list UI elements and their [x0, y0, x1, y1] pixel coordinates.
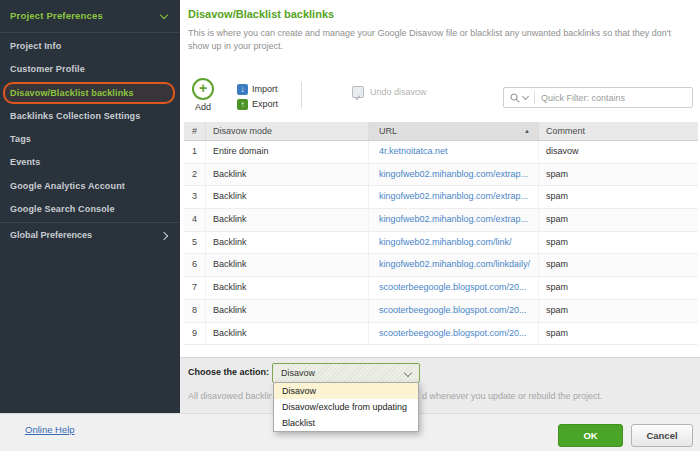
disavow-hint-left: All disavowed backlink	[188, 391, 272, 401]
row-url-link[interactable]: 4r.ketnoitatca.net	[379, 146, 448, 156]
search-icon	[510, 93, 520, 103]
sidebar-item-customer-profile[interactable]: Customer Profile	[0, 58, 180, 81]
import-icon[interactable]: ↓	[237, 84, 248, 95]
undo-disavow-checkbox[interactable]: ✓	[352, 86, 364, 98]
preferences-dialog: Project Preferences Project Info Custome…	[0, 0, 700, 451]
row-url-link[interactable]: kingofweb02.mihanblog.com/extrap...	[379, 169, 528, 179]
row-disavow-mode: Backlink	[206, 323, 369, 345]
row-comment: spam	[539, 232, 698, 254]
table-row[interactable]: 6 Backlink kingofweb02.mihanblog.com/lin…	[184, 254, 698, 277]
toolbar-separator	[301, 82, 302, 108]
row-comment: spam	[539, 209, 698, 231]
quick-filter-box	[503, 87, 693, 108]
row-number: 5	[184, 232, 206, 254]
row-comment: spam	[539, 164, 698, 186]
sidebar-divider	[0, 222, 180, 223]
row-comment: spam	[539, 254, 698, 276]
row-url-link[interactable]: kingofweb02.mihanblog.com/linkdaily/	[379, 259, 530, 269]
add-button-label: Add	[188, 102, 218, 112]
row-url-link[interactable]: scooterbeegoogle.blogspot.com/20...	[379, 305, 527, 315]
row-url-link[interactable]: kingofweb02.mihanblog.com/extrap...	[379, 191, 528, 201]
sort-ascending-icon: ▲	[524, 122, 530, 140]
disavow-hint-right: d whenever you update or rebuild the pro…	[422, 391, 603, 401]
table-row[interactable]: 2 Backlink kingofweb02.mihanblog.com/ext…	[184, 164, 698, 187]
online-help-link[interactable]: Online Help	[25, 424, 75, 435]
row-url-link[interactable]: scooterbeegoogle.blogspot.com/20...	[379, 282, 527, 292]
row-number: 9	[184, 323, 206, 345]
page-title: Disavow/Blacklist backlinks	[188, 8, 334, 20]
cancel-button[interactable]: Cancel	[631, 424, 693, 447]
row-disavow-mode: Backlink	[206, 300, 369, 322]
column-header-number[interactable]: #	[184, 122, 206, 140]
sidebar: Project Preferences Project Info Custome…	[0, 0, 180, 413]
row-disavow-mode: Backlink	[206, 277, 369, 299]
row-number: 8	[184, 300, 206, 322]
row-disavow-mode: Backlink	[206, 186, 369, 208]
row-number: 6	[184, 254, 206, 276]
row-url-link[interactable]: kingofweb02.mihanblog.com/link/	[379, 237, 512, 247]
main-panel: Disavow/Blacklist backlinks This is wher…	[180, 0, 700, 413]
row-comment: spam	[539, 277, 698, 299]
row-disavow-mode: Backlink	[206, 232, 369, 254]
table-row[interactable]: 9 Backlink scooterbeegoogle.blogspot.com…	[184, 323, 698, 346]
action-bar: Choose the action: Disavow All disavowed…	[180, 357, 700, 413]
column-header-comment[interactable]: Comment	[539, 122, 698, 140]
sidebar-items: Project Info Customer Profile Disavow/Bl…	[0, 35, 180, 221]
sidebar-item-global-preferences[interactable]: Global Preferences	[0, 224, 180, 247]
table-row[interactable]: 3 Backlink kingofweb02.mihanblog.com/ext…	[184, 186, 698, 209]
import-button[interactable]: Import	[252, 84, 278, 95]
undo-disavow-label: Undo disavow	[370, 86, 427, 98]
row-disavow-mode: Entire domain	[206, 141, 369, 163]
action-select[interactable]: Disavow	[272, 363, 420, 383]
sidebar-item-events[interactable]: Events	[0, 151, 180, 174]
checkmark-icon: ✓	[354, 93, 362, 103]
row-number: 1	[184, 141, 206, 163]
table-row[interactable]: 8 Backlink scooterbeegoogle.blogspot.com…	[184, 300, 698, 323]
sidebar-item-project-info[interactable]: Project Info	[0, 35, 180, 58]
table-body: 1 Entire domain 4r.ketnoitatca.net disav…	[184, 141, 698, 345]
row-disavow-mode: Backlink	[206, 209, 369, 231]
table-row[interactable]: 7 Backlink scooterbeegoogle.blogspot.com…	[184, 277, 698, 300]
chevron-right-icon	[160, 232, 168, 240]
dropdown-option-blacklist[interactable]: Blacklist	[274, 415, 418, 431]
sidebar-header-project-preferences[interactable]: Project Preferences	[0, 0, 180, 33]
table-header: # Disavow mode URL ▲ Comment	[184, 122, 698, 141]
choose-action-label: Choose the action:	[188, 367, 269, 377]
sidebar-header-label: Project Preferences	[0, 0, 180, 32]
table-row[interactable]: 5 Backlink kingofweb02.mihanblog.com/lin…	[184, 232, 698, 255]
sidebar-item-google-search-console[interactable]: Google Search Console	[0, 198, 180, 221]
page-description: This is where you can create and manage …	[188, 27, 694, 53]
row-comment: spam	[539, 300, 698, 322]
row-disavow-mode: Backlink	[206, 254, 369, 276]
sidebar-item-tags[interactable]: Tags	[0, 128, 180, 151]
action-select-value: Disavow	[273, 364, 419, 382]
plus-icon: +	[194, 80, 212, 97]
dropdown-option-disavow-exclude[interactable]: Disavow/exclude from updating	[274, 399, 418, 415]
row-comment: disavow	[539, 141, 698, 163]
sidebar-item-backlinks-collection-settings[interactable]: Backlinks Collection Settings	[0, 105, 180, 128]
search-mode-dropdown[interactable]	[504, 93, 534, 103]
column-header-disavow-mode[interactable]: Disavow mode	[206, 122, 369, 140]
dropdown-option-disavow[interactable]: Disavow	[274, 383, 418, 399]
quick-filter-input[interactable]	[535, 93, 692, 103]
add-button[interactable]: +	[192, 78, 214, 100]
ok-button[interactable]: OK	[558, 424, 623, 447]
row-number: 4	[184, 209, 206, 231]
row-disavow-mode: Backlink	[206, 164, 369, 186]
backlinks-table: # Disavow mode URL ▲ Comment 1 Entire do…	[184, 122, 698, 345]
action-dropdown-popup: Disavow Disavow/exclude from updating Bl…	[273, 382, 419, 432]
export-icon[interactable]: ↑	[237, 99, 248, 110]
row-url-link[interactable]: kingofweb02.mihanblog.com/extrap...	[379, 214, 528, 224]
row-comment: spam	[539, 323, 698, 345]
sidebar-item-disavow-blacklist-backlinks[interactable]: Disavow/Blacklist backlinks	[0, 82, 180, 105]
export-button[interactable]: Export	[252, 99, 278, 110]
table-row[interactable]: 4 Backlink kingofweb02.mihanblog.com/ext…	[184, 209, 698, 232]
row-number: 2	[184, 164, 206, 186]
table-row[interactable]: 1 Entire domain 4r.ketnoitatca.net disav…	[184, 141, 698, 164]
row-comment: spam	[539, 186, 698, 208]
column-header-url[interactable]: URL ▲	[369, 122, 539, 140]
row-number: 7	[184, 277, 206, 299]
sidebar-item-google-analytics-account[interactable]: Google Analytics Account	[0, 175, 180, 198]
row-number: 3	[184, 186, 206, 208]
row-url-link[interactable]: scooterbeegoogle.blogspot.com/20...	[379, 328, 527, 338]
